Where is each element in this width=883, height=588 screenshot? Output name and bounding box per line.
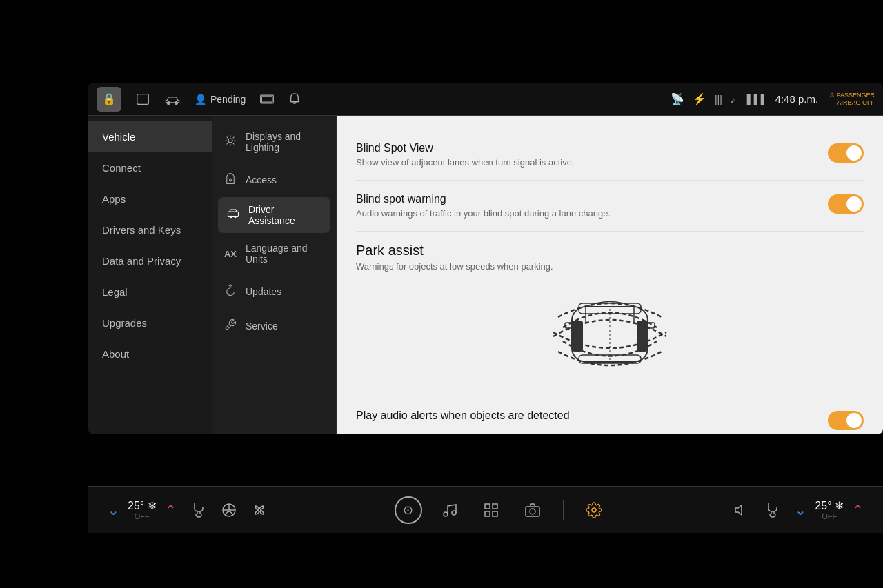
- right-seat-heat-button[interactable]: [759, 499, 786, 521]
- left-seat-heat-button[interactable]: [185, 499, 212, 521]
- taskbar-left: ⌄ 25° ❄ OFF ⌃: [102, 499, 273, 521]
- svg-line-14: [233, 137, 235, 139]
- sidebar-item-upgrades[interactable]: Upgrades: [88, 307, 212, 338]
- svg-rect-26: [572, 334, 583, 352]
- middle-item-language-units[interactable]: AX Language and Units: [212, 233, 336, 274]
- sidebar-item-connect[interactable]: Connect: [88, 152, 212, 183]
- blind-spot-view-title: Blind Spot View: [356, 142, 575, 154]
- right-temp-up-button[interactable]: ⌃: [846, 499, 869, 521]
- blind-spot-warning-text: Blind spot warning Audio warnings of tra…: [356, 193, 611, 219]
- bluetooth-icon: ⚡: [693, 92, 706, 105]
- svg-point-37: [452, 511, 456, 515]
- blind-spot-warning-toggle[interactable]: [828, 194, 864, 214]
- svg-point-43: [530, 509, 535, 514]
- blind-spot-view-text: Blind Spot View Show view of adjacent la…: [356, 142, 575, 168]
- left-temp-number: 25° ❄: [128, 499, 157, 512]
- music-button[interactable]: [436, 499, 464, 521]
- svg-point-16: [230, 179, 232, 181]
- sidebar-item-vehicle[interactable]: Vehicle: [88, 121, 212, 152]
- top-bar-left: 🔒 👤 Pending: [97, 87, 301, 112]
- sidebar-item-drivers-and-keys[interactable]: Drivers and Keys: [88, 214, 212, 245]
- taskbar-center: ⊙: [395, 496, 608, 524]
- navigation-button[interactable]: ⊙: [395, 496, 422, 524]
- door-icon[interactable]: [135, 92, 150, 107]
- left-sidebar: Vehicle Connect Apps Drivers and Keys Da…: [88, 116, 212, 434]
- svg-rect-5: [262, 96, 272, 101]
- audio-alerts-title: Play audio alerts when objects are detec…: [356, 409, 570, 422]
- driver-assistance-label: Driver Assistance: [248, 204, 322, 226]
- audio-alerts-text: Play audio alerts when objects are detec…: [356, 409, 570, 425]
- car-icon[interactable]: [164, 92, 181, 106]
- svg-rect-18: [228, 212, 239, 217]
- content-area: Vehicle Connect Apps Drivers and Keys Da…: [88, 116, 883, 434]
- park-assist-subtitle: Warnings for objects at low speeds when …: [356, 261, 864, 272]
- volume-button[interactable]: [728, 499, 756, 521]
- top-bar: 🔒 👤 Pending: [88, 83, 883, 116]
- svg-point-7: [228, 139, 232, 143]
- camera-button[interactable]: [519, 499, 546, 521]
- updates-label: Updates: [246, 286, 281, 297]
- middle-item-access[interactable]: Access: [212, 163, 336, 197]
- blind-spot-view-setting: Blind Spot View Show view of adjacent la…: [356, 130, 864, 181]
- blind-spot-warning-desc: Audio warnings of traffic in your blind …: [356, 208, 611, 219]
- blind-spot-view-toggle[interactable]: [828, 143, 864, 163]
- fan-button[interactable]: [246, 499, 273, 521]
- bell-icon[interactable]: [288, 92, 301, 106]
- left-temp-status: OFF: [128, 512, 157, 520]
- middle-item-driver-assistance[interactable]: Driver Assistance: [218, 197, 330, 233]
- svg-line-12: [227, 137, 228, 139]
- pending-button[interactable]: 👤 Pending: [195, 94, 246, 105]
- middle-item-service[interactable]: Service: [212, 309, 336, 343]
- svg-point-3: [175, 101, 178, 104]
- signal-icon: |||: [715, 94, 722, 105]
- svg-line-15: [227, 143, 228, 145]
- airbag-indicator: ⚠ PASSENGER AIRBAG OFF: [829, 92, 875, 107]
- svg-point-2: [167, 101, 170, 104]
- middle-panel: Displays and Lighting Access: [212, 116, 337, 434]
- sidebar-item-legal[interactable]: Legal: [88, 276, 212, 307]
- svg-rect-38: [485, 504, 490, 509]
- right-temp-number: 25° ❄: [815, 499, 844, 512]
- park-assist-section: Park assist Warnings for objects at low …: [356, 232, 864, 434]
- main-screen: 🔒 👤 Pending: [88, 83, 883, 434]
- blind-spot-warning-setting: Blind spot warning Audio warnings of tra…: [356, 181, 864, 232]
- sidebar-item-about[interactable]: About: [88, 338, 212, 369]
- taskbar-divider: [563, 500, 564, 520]
- storage-icon[interactable]: [259, 93, 275, 105]
- sidebar-item-apps[interactable]: Apps: [88, 183, 212, 214]
- svg-point-36: [444, 512, 448, 516]
- status-icons: 📡 ⚡ ||| ♪ ▐▐▐: [671, 92, 764, 105]
- svg-rect-40: [485, 511, 490, 516]
- middle-item-updates[interactable]: Updates: [212, 274, 336, 309]
- blind-spot-view-desc: Show view of adjacent lanes when turn si…: [356, 157, 575, 168]
- middle-item-displays-lighting[interactable]: Displays and Lighting: [212, 121, 336, 163]
- sidebar-item-data-and-privacy[interactable]: Data and Privacy: [88, 245, 212, 276]
- right-temp-display: 25° ❄ OFF: [815, 499, 844, 520]
- svg-point-20: [235, 216, 236, 217]
- left-temp-display: 25° ❄ OFF: [128, 499, 157, 520]
- service-label: Service: [246, 321, 278, 332]
- park-assist-title: Park assist: [356, 243, 864, 258]
- time-display: 4:48 p.m.: [775, 93, 819, 105]
- updates-icon: [224, 284, 237, 299]
- apps-button[interactable]: [477, 499, 505, 521]
- lock-icon[interactable]: 🔒: [97, 87, 121, 112]
- left-temp-up-button[interactable]: ⌃: [159, 499, 182, 521]
- person-icon: 👤: [195, 94, 206, 105]
- left-temp-down-button[interactable]: ⌄: [102, 499, 125, 521]
- main-content-area: Blind Spot View Show view of adjacent la…: [337, 116, 883, 434]
- steering-heat-button[interactable]: [215, 499, 243, 521]
- audio-alerts-toggle[interactable]: [828, 411, 864, 430]
- service-icon: [224, 318, 237, 334]
- driver-assistance-icon: [226, 207, 240, 223]
- reception-icon: ▐▐▐: [744, 94, 764, 105]
- taskbar: ⌄ 25° ❄ OFF ⌃: [88, 486, 883, 533]
- right-temp-down-button[interactable]: ⌄: [789, 499, 812, 521]
- svg-rect-39: [493, 504, 497, 509]
- settings-button[interactable]: [580, 499, 608, 521]
- displays-icon: [224, 134, 237, 150]
- language-units-label: Language and Units: [246, 243, 325, 265]
- svg-line-13: [233, 143, 235, 145]
- right-temp-status: OFF: [815, 512, 844, 520]
- wifi-icon: 📡: [671, 92, 684, 105]
